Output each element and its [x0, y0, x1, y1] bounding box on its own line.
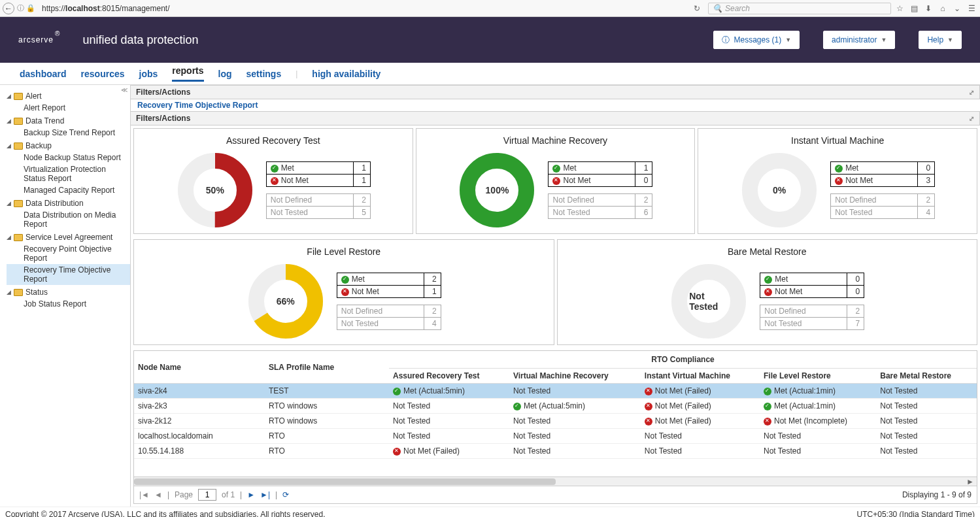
tree-item[interactable]: Recovery Time Objective Report [7, 264, 130, 285]
compliance-cell: Not Tested [641, 444, 760, 459]
chart-legend: Met0 Not Met3 Not Defined2 Not Tested4 [830, 161, 935, 219]
compliance-cell: Not Tested [760, 429, 876, 444]
home-icon[interactable]: ⌂ [937, 4, 949, 13]
chart-title: Virtual Machine Recovery [503, 133, 607, 151]
tree-group[interactable]: ◢Data Trend [7, 115, 130, 127]
compliance-cell: Not Tested [509, 414, 641, 429]
filters-bar-1[interactable]: Filters/Actions⤢ [131, 85, 980, 99]
library-icon[interactable]: ▤ [908, 4, 920, 13]
downloads-icon[interactable]: ⬇ [922, 4, 934, 13]
nav-reports[interactable]: reports [172, 65, 203, 82]
messages-button[interactable]: ⓘMessages (1)▼ [713, 31, 800, 49]
nav-log[interactable]: log [218, 69, 232, 79]
x-icon [645, 388, 652, 395]
check-icon [393, 388, 401, 395]
chart-legend: Met2 Not Met1 Not Defined2 Not Tested4 [337, 273, 441, 330]
pager-last-icon[interactable]: ►| [260, 490, 270, 499]
tree-group[interactable]: ◢Service Level Agreement [7, 231, 130, 243]
table-row[interactable]: siva-2k4 TESTMet (Actual:5min)Not Tested… [134, 384, 977, 399]
tagline: unified data protection [82, 33, 198, 47]
col-node[interactable]: Node Name [134, 351, 265, 384]
tree-group[interactable]: ◢Data Distribution [7, 197, 130, 209]
check-icon [764, 388, 771, 395]
col-rto[interactable]: RTO Compliance [389, 351, 977, 369]
tree-group[interactable]: ◢Backup [7, 140, 130, 152]
table-row[interactable]: 10.55.14.188 RTONot Met (Failed)Not Test… [134, 444, 977, 459]
filters-bar-2[interactable]: Filters/Actions⤢ [131, 111, 980, 125]
collapse-sidebar-icon[interactable]: ≪ [121, 86, 127, 93]
check-icon [764, 276, 772, 284]
folder-icon [14, 200, 23, 207]
pager-prev-icon[interactable]: ◄ [154, 490, 162, 499]
compliance-cell: Not Met (Failed) [641, 384, 760, 399]
nav-jobs[interactable]: jobs [139, 69, 158, 79]
nav-settings[interactable]: settings [246, 69, 282, 79]
x-icon [835, 177, 843, 185]
tree-item[interactable]: Alert Report [7, 102, 130, 114]
node-cell: 10.55.14.188 [134, 444, 265, 459]
tree-item[interactable]: Node Backup Status Report [7, 152, 130, 163]
folder-icon [14, 118, 23, 125]
compliance-cell: Not Tested [876, 399, 977, 414]
compliance-cell: Not Met (Incomplete) [760, 414, 876, 429]
x-icon [764, 418, 771, 425]
col-sla[interactable]: SLA Profile Name [265, 351, 389, 384]
compliance-cell: Not Tested [509, 444, 641, 459]
chart-legend: Met1 Not Met1 Not Defined2 Not Tested5 [266, 161, 371, 219]
tree-item[interactable]: Recovery Point Objective Report [7, 243, 130, 264]
compliance-cell: Not Tested [876, 384, 977, 399]
check-icon [835, 165, 843, 173]
compliance-cell: Not Tested [389, 429, 509, 444]
sub-column[interactable]: Instant Virtual Machine [641, 369, 760, 384]
compliance-cell: Not Tested [389, 399, 509, 414]
pager-next-icon[interactable]: ► [247, 490, 255, 499]
bookmark-star-icon[interactable]: ☆ [894, 4, 905, 13]
chart-card: File Level Restore 66% Met2 Not Met1 Not… [133, 239, 554, 345]
compliance-cell: Met (Actual:5min) [389, 384, 509, 399]
expand-icon[interactable]: ⤢ [969, 89, 974, 96]
nav-resources[interactable]: resources [81, 69, 125, 79]
identity-icon[interactable]: ⓘ 🔒 [17, 3, 35, 13]
sub-column[interactable]: Assured Recovery Test [389, 369, 509, 384]
back-button[interactable]: ← [3, 3, 14, 14]
search-placeholder: Search [725, 4, 750, 13]
nav-dashboard[interactable]: dashboard [20, 69, 67, 79]
compliance-cell: Not Tested [760, 444, 876, 459]
sub-column[interactable]: Bare Metal Restore [876, 369, 977, 384]
horizontal-scrollbar[interactable]: ◄ ► [134, 476, 977, 486]
compliance-cell: Not Tested [876, 429, 977, 444]
browser-search[interactable]: 🔍 Search [708, 3, 891, 14]
user-menu[interactable]: administrator▼ [823, 31, 895, 49]
table-row[interactable]: localhost.localdomain RTONot TestedNot T… [134, 429, 977, 444]
reload-button[interactable]: ↻ [688, 4, 705, 13]
pager-first-icon[interactable]: |◄ [139, 490, 149, 499]
nav-high-availability[interactable]: high availability [312, 69, 380, 79]
folder-icon [14, 93, 23, 100]
x-icon [393, 448, 401, 456]
menu-icon[interactable]: ☰ [966, 4, 977, 13]
chart-card: Assured Recovery Test 50% Met1 Not Met1 … [133, 128, 413, 234]
tree-item[interactable]: Virtualization Protection Status Report [7, 163, 130, 184]
pager-page-input[interactable] [198, 489, 216, 501]
donut-chart: 66% [246, 262, 325, 341]
expand-icon[interactable]: ⤢ [969, 115, 974, 122]
tree-group[interactable]: ◢Status [7, 286, 130, 298]
tree-item[interactable]: Job Status Report [7, 298, 130, 310]
tree-group[interactable]: ◢Alert [7, 90, 130, 102]
tree-item[interactable]: Data Distribution on Media Report [7, 209, 130, 230]
tree-item[interactable]: Managed Capacity Report [7, 184, 130, 196]
table-row[interactable]: siva-2k3 RTO windowsNot TestedMet (Actua… [134, 399, 977, 414]
url-bar[interactable]: https://localhost:8015/management/ [38, 3, 173, 14]
sub-column[interactable]: Virtual Machine Recovery [509, 369, 641, 384]
pocket-icon[interactable]: ⌄ [951, 4, 963, 13]
pager-refresh-icon[interactable]: ⟳ [282, 490, 289, 499]
url-host: localhost [65, 4, 100, 13]
sub-column[interactable]: File Level Restore [760, 369, 876, 384]
x-icon [645, 418, 652, 425]
table-row[interactable]: siva-2k12 RTO windowsNot TestedNot Teste… [134, 414, 977, 429]
folder-icon [14, 234, 23, 241]
check-icon [552, 165, 560, 173]
sla-cell: RTO [265, 429, 389, 444]
help-button[interactable]: Help▼ [919, 31, 962, 49]
tree-item[interactable]: Backup Size Trend Report [7, 127, 130, 139]
